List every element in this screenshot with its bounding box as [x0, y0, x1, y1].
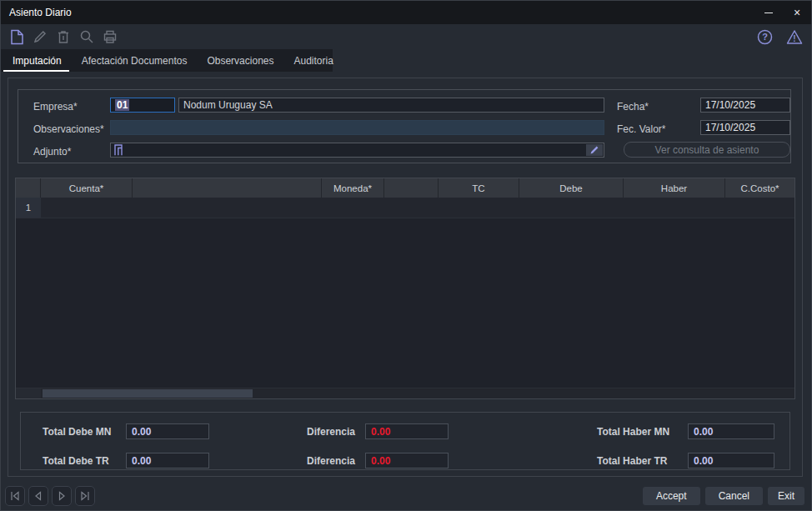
minimize-button[interactable] — [754, 1, 783, 24]
record-navigation — [5, 486, 95, 506]
scrollbar-track[interactable] — [41, 388, 794, 398]
diferencia-tr-label: Diferencia — [307, 455, 355, 467]
total-debe-tr-label: Total Debe TR — [43, 455, 109, 467]
warning-icon: ! — [786, 29, 803, 45]
toolbar: ? ! — [1, 24, 811, 49]
total-debe-mn-label: Total Debe MN — [43, 426, 111, 438]
empresa-label: Empresa* — [33, 101, 78, 113]
total-haber-mn-label: Total Haber MN — [597, 426, 669, 438]
scrollbar-thumb[interactable] — [43, 389, 253, 398]
tab-bar: Imputación Afectación Documentos Observa… — [1, 49, 333, 72]
previous-record-icon — [33, 491, 44, 501]
exit-button[interactable]: Exit — [768, 487, 804, 505]
header-form: Empresa* 01 Nodum Uruguay SA Fecha* 17/1… — [18, 89, 791, 163]
previous-record-button[interactable] — [28, 486, 48, 506]
first-record-icon — [9, 491, 21, 501]
svg-text:?: ? — [762, 32, 768, 42]
total-haber-tr-label: Total Haber TR — [597, 455, 667, 467]
table-row[interactable]: 1 — [16, 198, 794, 218]
imputacion-panel: Empresa* 01 Nodum Uruguay SA Fecha* 17/1… — [8, 78, 803, 477]
row-number: 1 — [16, 198, 41, 218]
col-cuenta[interactable]: Cuenta* — [41, 178, 133, 198]
total-haber-mn-value[interactable]: 0.00 — [688, 423, 774, 439]
observaciones-label: Observaciones* — [33, 123, 104, 135]
window-title: Asiento Diario — [1, 7, 72, 18]
last-record-icon — [79, 491, 91, 501]
print-icon — [103, 29, 118, 44]
fec-valor-label: Fec. Valor* — [617, 123, 665, 135]
fecha-label: Fecha* — [617, 101, 649, 113]
edit-button[interactable] — [28, 26, 52, 48]
adjunto-label: Adjunto* — [33, 146, 71, 158]
paperclip-icon — [113, 144, 123, 156]
diferencia-tr-value[interactable]: 0.00 — [365, 453, 449, 468]
close-icon: × — [794, 6, 800, 19]
next-record-button[interactable] — [52, 486, 72, 506]
tab-afectacion-documentos[interactable]: Afectación Documentos — [72, 49, 198, 72]
help-button[interactable]: ? — [753, 26, 776, 48]
empresa-code-input[interactable]: 01 — [110, 98, 175, 113]
close-button[interactable]: × — [783, 1, 811, 24]
trash-icon — [57, 29, 70, 44]
adjunto-edit-button[interactable] — [586, 144, 603, 156]
edit-icon — [33, 29, 48, 44]
help-icon: ? — [757, 29, 773, 45]
total-haber-tr-value[interactable]: 0.00 — [688, 453, 774, 468]
accept-button[interactable]: Accept — [643, 487, 700, 505]
entries-grid: Cuenta* Moneda* TC Debe Haber C.Costo* 1 — [15, 178, 795, 399]
grid-horizontal-scrollbar — [16, 388, 794, 398]
col-moneda[interactable]: Moneda* — [322, 178, 384, 198]
warning-button[interactable]: ! — [783, 26, 806, 48]
first-record-button[interactable] — [5, 486, 25, 506]
col-moneda-desc[interactable] — [384, 178, 439, 198]
ver-consulta-button[interactable]: Ver consulta de asiento — [624, 142, 790, 158]
col-cuenta-desc[interactable] — [133, 178, 322, 198]
col-ccosto[interactable]: C.Costo* — [725, 178, 794, 198]
col-rownum[interactable] — [16, 178, 41, 198]
diferencia-mn-value[interactable]: 0.00 — [365, 423, 449, 439]
col-haber[interactable]: Haber — [624, 178, 725, 198]
adjunto-input[interactable] — [110, 143, 604, 158]
tab-imputacion[interactable]: Imputación — [3, 49, 72, 72]
grid-header: Cuenta* Moneda* TC Debe Haber C.Costo* — [16, 178, 794, 198]
row-cells[interactable] — [41, 198, 794, 218]
asiento-diario-window: Asiento Diario × ? ! — [0, 0, 812, 511]
svg-text:!: ! — [793, 33, 795, 43]
search-icon — [79, 29, 94, 44]
new-document-icon — [10, 29, 24, 45]
fecha-input[interactable]: 17/10/2025 — [700, 98, 790, 113]
fec-valor-input[interactable]: 17/10/2025 — [700, 120, 790, 135]
totals-section: Total Debe MN 0.00 Diferencia 0.00 Total… — [20, 412, 790, 470]
total-debe-tr-value[interactable]: 0.00 — [126, 453, 209, 468]
total-debe-mn-value[interactable]: 0.00 — [126, 423, 209, 439]
title-bar: Asiento Diario × — [1, 1, 811, 24]
col-tc[interactable]: TC — [439, 178, 519, 198]
minimize-icon — [764, 13, 773, 13]
diferencia-mn-label: Diferencia — [307, 426, 355, 438]
dialog-actions: Accept Cancel Exit — [643, 487, 804, 505]
tab-observaciones[interactable]: Observaciones — [197, 49, 283, 72]
new-document-button[interactable] — [5, 26, 28, 48]
search-button[interactable] — [75, 26, 98, 48]
delete-button[interactable] — [52, 26, 75, 48]
pencil-icon — [589, 145, 599, 155]
last-record-button[interactable] — [75, 486, 95, 506]
grid-empty-area — [16, 218, 794, 388]
print-button[interactable] — [98, 26, 122, 48]
next-record-icon — [56, 491, 68, 501]
cancel-button[interactable]: Cancel — [705, 487, 763, 505]
empresa-name-input[interactable]: Nodum Uruguay SA — [178, 98, 604, 113]
col-debe[interactable]: Debe — [519, 178, 624, 198]
observaciones-input[interactable] — [110, 120, 604, 135]
tab-auditoria[interactable]: Auditoria — [283, 49, 343, 72]
scrollbar-corner — [16, 388, 41, 398]
